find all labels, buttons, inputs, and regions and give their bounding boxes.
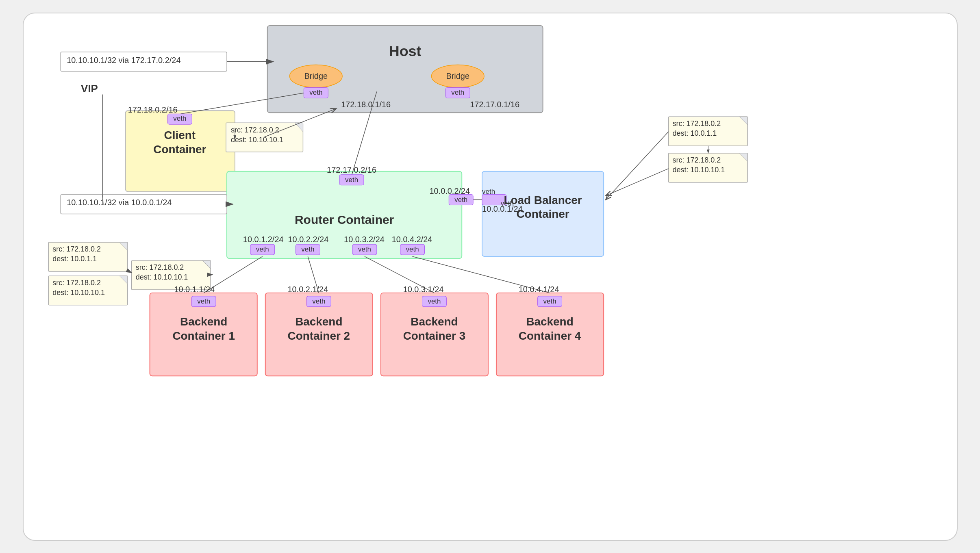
svg-text:src: 172.18.0.2: src: 172.18.0.2 <box>672 156 721 164</box>
svg-text:veth: veth <box>309 89 322 96</box>
svg-text:veth: veth <box>197 297 210 305</box>
svg-text:Backend: Backend <box>411 315 458 327</box>
svg-text:dest: 10.10.10.1: dest: 10.10.10.1 <box>672 165 725 173</box>
svg-text:10.0.1.2/24: 10.0.1.2/24 <box>243 235 283 244</box>
svg-text:veth: veth <box>482 187 495 195</box>
svg-text:10.0.4.1/24: 10.0.4.1/24 <box>518 284 559 293</box>
svg-text:10.0.3.2/24: 10.0.3.2/24 <box>344 235 385 244</box>
svg-text:Container: Container <box>153 143 206 155</box>
svg-text:veth: veth <box>358 245 371 253</box>
svg-text:Router Container: Router Container <box>295 213 394 226</box>
svg-text:dest: 10.0.1.1: dest: 10.0.1.1 <box>52 255 97 263</box>
svg-text:10.0.2.1/24: 10.0.2.1/24 <box>287 284 328 293</box>
svg-text:veth: veth <box>543 297 556 305</box>
svg-text:VIP: VIP <box>81 83 98 94</box>
svg-text:dest: 10.10.10.1: dest: 10.10.10.1 <box>135 273 188 281</box>
svg-text:veth: veth <box>454 195 467 203</box>
svg-text:Backend: Backend <box>180 315 227 327</box>
svg-text:src: 172.18.0.2: src: 172.18.0.2 <box>230 126 279 134</box>
svg-text:10.0.3.1/24: 10.0.3.1/24 <box>403 284 443 293</box>
svg-text:Host: Host <box>389 43 421 59</box>
svg-text:10.10.10.1/32 via 172.17.0.2/2: 10.10.10.1/32 via 172.17.0.2/24 <box>67 55 180 64</box>
svg-text:Bridge: Bridge <box>304 71 328 80</box>
svg-text:veth: veth <box>451 89 464 96</box>
svg-text:172.18.0.2/16: 172.18.0.2/16 <box>128 105 177 114</box>
svg-line-115 <box>606 168 669 195</box>
svg-text:172.18.0.1/16: 172.18.0.1/16 <box>341 100 391 109</box>
svg-text:dest: 10.10.10.1: dest: 10.10.10.1 <box>230 136 283 144</box>
svg-text:10.0.2.2/24: 10.0.2.2/24 <box>288 235 328 244</box>
svg-text:dest: 10.0.1.1: dest: 10.0.1.1 <box>672 129 717 137</box>
svg-text:Backend: Backend <box>526 315 573 327</box>
svg-text:dest: 10.10.10.1: dest: 10.10.10.1 <box>52 288 105 296</box>
svg-text:Container 4: Container 4 <box>518 329 581 342</box>
svg-text:Container 3: Container 3 <box>403 329 465 342</box>
svg-text:10.0.1.1/24: 10.0.1.1/24 <box>174 284 215 293</box>
svg-text:veth: veth <box>256 245 269 253</box>
svg-text:Backend: Backend <box>295 315 342 327</box>
svg-text:veth: veth <box>312 297 325 305</box>
svg-text:Bridge: Bridge <box>446 71 469 80</box>
svg-text:10.0.4.2/24: 10.0.4.2/24 <box>391 235 432 244</box>
svg-text:src: 172.18.0.2: src: 172.18.0.2 <box>52 245 101 253</box>
svg-text:Client: Client <box>164 129 196 141</box>
connections-svg: Host Bridge Bridge veth veth 172.18.0.1/… <box>24 13 957 540</box>
svg-text:172.17.0.2/16: 172.17.0.2/16 <box>327 165 376 174</box>
diagram: Host Bridge Bridge veth veth 172.18.0.1/… <box>23 13 958 541</box>
svg-text:veth: veth <box>301 245 314 253</box>
svg-line-114 <box>606 132 669 200</box>
svg-text:src: 172.18.0.2: src: 172.18.0.2 <box>672 119 721 128</box>
svg-text:src: 172.18.0.2: src: 172.18.0.2 <box>135 263 184 271</box>
svg-text:Container 1: Container 1 <box>172 329 235 342</box>
svg-text:10.0.0.1/24: 10.0.0.1/24 <box>482 204 523 213</box>
svg-text:src: 172.18.0.2: src: 172.18.0.2 <box>52 278 101 286</box>
svg-text:veth: veth <box>345 176 358 183</box>
svg-line-36 <box>127 271 131 273</box>
svg-text:172.17.0.1/16: 172.17.0.1/16 <box>470 100 519 109</box>
svg-text:10.10.10.1/32 via 10.0.0.1/24: 10.10.10.1/32 via 10.0.0.1/24 <box>67 197 172 206</box>
svg-text:Container 2: Container 2 <box>287 329 350 342</box>
svg-text:Container: Container <box>516 208 569 220</box>
svg-text:10.0.0.2/24: 10.0.0.2/24 <box>429 186 470 195</box>
svg-text:veth: veth <box>428 297 441 305</box>
svg-text:veth: veth <box>173 115 186 122</box>
svg-text:veth: veth <box>406 245 419 253</box>
